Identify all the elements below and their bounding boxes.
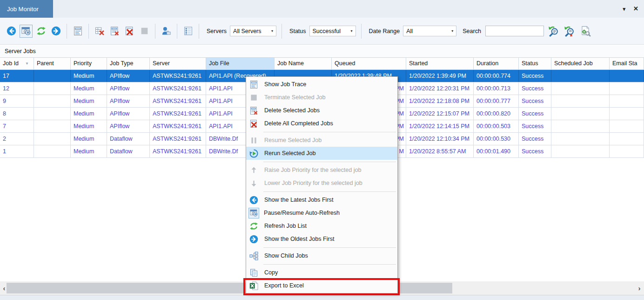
menu-item-refresh-job-list[interactable]: Refresh Job List [246, 219, 397, 232]
menu-item-show-the-oldest-jobs-first[interactable]: Show the Oldest Jobs First [246, 232, 397, 245]
rerun-icon [249, 149, 258, 158]
arrow-up-gray-icon [249, 166, 258, 175]
chevron-down-icon: ▾ [348, 29, 356, 33]
tab-bar: Job Monitor ▾ ✕ [0, 0, 644, 18]
cell-email_status [610, 145, 644, 157]
cell-duration: 00:00:01.490 [474, 145, 519, 157]
pause-resume-auto-refresh-button[interactable] [20, 25, 33, 38]
arrow-right-circle-icon [51, 26, 61, 36]
cell-email_status [610, 133, 644, 145]
pause-refresh-window-icon [250, 209, 258, 217]
status-strip [0, 295, 644, 300]
cell-scheduled_job [551, 120, 610, 132]
scroll-right-arrow-icon[interactable]: › [636, 281, 643, 295]
stop-gray-icon [140, 26, 149, 36]
cell-status: Success [519, 120, 551, 132]
delete-jobs-button[interactable] [93, 25, 106, 38]
column-label: Email Sta [612, 58, 637, 69]
menu-item-pause-resume-auto-refresh[interactable]: Pause/Resume Auto-Refresh [246, 206, 397, 219]
column-header-server[interactable]: Server [150, 58, 206, 69]
menu-item-resume-selected-job[interactable]: Resume Selected Job [246, 134, 397, 147]
cell-status: Success [519, 145, 551, 157]
column-label: Parent [37, 58, 54, 69]
list-doc-icon [183, 26, 193, 36]
cell-email_status [610, 120, 644, 132]
column-header-parent[interactable]: Parent [34, 58, 71, 69]
search-input[interactable] [485, 26, 544, 36]
column-header-status[interactable]: Status [519, 58, 551, 69]
delete-all-completed-jobs-button[interactable] [123, 25, 136, 38]
clear-search-button[interactable] [563, 25, 576, 38]
cell-job_id: 17 [0, 70, 34, 82]
menu-item-delete-selected-jobs[interactable]: Delete Selected Jobs [246, 104, 397, 117]
column-header-priority[interactable]: Priority [71, 58, 107, 69]
sort-desc-icon: ▼ [25, 58, 29, 69]
menu-item-raise-job-priority-for-the-selected-job[interactable]: Raise Job Priority for the selected job [246, 164, 397, 177]
cell-parent [34, 133, 71, 145]
menu-item-lower-job-priority-for-the-selected-job[interactable]: Lower Job Priority for the selected job [246, 177, 397, 190]
cell-job_type: APIflow [107, 95, 150, 107]
arrow-left-circle-icon [249, 196, 258, 205]
menu-item-show-job-trace[interactable]: Show Job Trace [246, 78, 397, 91]
cell-scheduled_job [551, 145, 610, 157]
column-header-job_file[interactable]: Job File [206, 58, 275, 69]
show-job-trace-button[interactable] [71, 25, 84, 38]
menu-item-label: Refresh Job List [264, 223, 307, 229]
date-range-dropdown[interactable]: All ▾ [403, 26, 456, 36]
menu-separator [263, 132, 396, 132]
servers-dropdown[interactable]: All Servers ▾ [230, 26, 276, 36]
user-jobs-button[interactable] [160, 25, 173, 38]
menu-item-label: Delete All Completed Jobs [264, 120, 333, 127]
status-label: Status [289, 28, 306, 34]
cell-parent [34, 120, 71, 132]
refresh-job-list-button[interactable] [34, 25, 47, 38]
column-header-started[interactable]: Started [406, 58, 474, 69]
column-label: Server [153, 58, 170, 69]
cell-started: 1/20/2022 12:18:08 PM [406, 95, 474, 107]
search-jobs-button[interactable] [547, 25, 560, 38]
column-header-job_name[interactable]: Job Name [275, 58, 332, 69]
annotation-highlight [243, 278, 400, 295]
cell-started: 1/20/2022 8:55:57 AM [406, 145, 474, 157]
cell-job_type: APIflow [107, 120, 150, 132]
menu-item-label: Lower Job Priority for the selected job [264, 180, 362, 186]
trace-doc-icon [73, 26, 83, 36]
chevron-down-icon[interactable]: ▾ [623, 4, 626, 14]
menu-item-show-child-jobs[interactable]: Show Child Jobs [246, 249, 397, 262]
menu-item-terminate-selected-job[interactable]: Terminate Selected Job [246, 91, 397, 104]
toolbar-separator [88, 24, 89, 39]
show-oldest-jobs-first-button[interactable] [49, 25, 62, 38]
status-dropdown[interactable]: Successful ▾ [309, 26, 356, 36]
column-header-email_status[interactable]: Email Sta [610, 58, 644, 69]
menu-item-copy[interactable]: Copy [246, 266, 397, 279]
toolbar-separator [361, 24, 362, 39]
cell-job_type: APIflow [107, 82, 150, 95]
column-header-duration[interactable]: Duration [474, 58, 519, 69]
column-header-job_id[interactable]: Job Id▼ [0, 58, 34, 69]
section-strip: Server Jobs [0, 45, 644, 57]
column-header-scheduled_job[interactable]: Scheduled Job [551, 58, 610, 69]
menu-item-rerun-selected-job[interactable]: Rerun Selected Job [246, 147, 397, 160]
toolbar-separator [199, 24, 199, 39]
servers-label: Servers [207, 28, 227, 34]
cell-parent [34, 70, 71, 82]
cell-email_status [610, 108, 644, 120]
pause-refresh-window-icon [21, 26, 31, 36]
toolbar-separator [282, 24, 282, 39]
show-latest-jobs-first-button[interactable] [5, 25, 18, 38]
menu-item-label: Show Child Jobs [264, 252, 308, 259]
tab-job-monitor[interactable]: Job Monitor [0, 0, 53, 18]
close-icon[interactable]: ✕ [633, 4, 638, 14]
column-header-queued[interactable]: Queued [332, 58, 406, 69]
menu-item-delete-all-completed-jobs[interactable]: Delete All Completed Jobs [246, 117, 397, 130]
cell-job_type: Dataflow [107, 145, 150, 157]
job-list-button[interactable] [181, 25, 195, 38]
toolbar-separator [67, 24, 67, 39]
job-report-button[interactable] [579, 25, 592, 38]
terminate-selected-job-button[interactable] [138, 25, 151, 38]
cell-status: Success [519, 95, 551, 107]
delete-selected-jobs-button[interactable] [108, 25, 121, 38]
refresh-green-icon [36, 26, 46, 36]
column-header-job_type[interactable]: Job Type [107, 58, 150, 69]
menu-item-show-the-latest-jobs-first[interactable]: Show the Latest Jobs First [246, 193, 397, 206]
